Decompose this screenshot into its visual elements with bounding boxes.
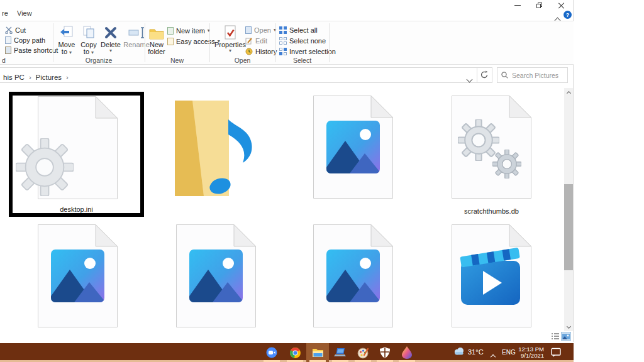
thumbnail-view-button[interactable]: [561, 332, 571, 341]
restore-icon: [536, 3, 542, 8]
taskbar-icon-chrome[interactable]: [284, 343, 306, 362]
chevron-down-icon: [566, 324, 570, 328]
refresh-icon: [480, 70, 489, 79]
history-clock-icon: [245, 48, 253, 55]
clipboard-group-label: d: [0, 57, 11, 64]
dropdown-caret: ▾: [109, 48, 112, 53]
taskbar-icon-color-drop-app[interactable]: [396, 343, 418, 362]
new-item-label: New item: [176, 27, 205, 35]
refresh-button[interactable]: [480, 70, 489, 82]
select-group-label: Select: [275, 57, 329, 64]
edit-button[interactable]: Edit: [245, 36, 267, 46]
paint-palette-icon: [357, 347, 369, 359]
restore-button[interactable]: [528, 0, 550, 11]
minimize-button[interactable]: [506, 0, 528, 11]
address-bar[interactable]: his PC›Pictures›: [0, 67, 492, 83]
invert-selection-icon: [279, 48, 287, 55]
copy-to-icon: [81, 23, 96, 40]
temperature-label[interactable]: 31°C: [468, 348, 484, 356]
select-none-button[interactable]: Select none: [279, 36, 326, 46]
thumbnail-view-icon: [562, 334, 570, 339]
rename-icon: [128, 23, 145, 40]
history-button[interactable]: History: [245, 47, 277, 57]
breadcrumb-this-pc[interactable]: his PC: [3, 74, 25, 81]
properties-icon: [224, 23, 236, 40]
scroll-up-button[interactable]: [564, 88, 573, 98]
open-button[interactable]: Open ▾: [245, 25, 276, 35]
file-explorer-icon: [312, 348, 324, 358]
taskbar-icon-windows-security[interactable]: [374, 343, 396, 362]
tab-view[interactable]: View: [17, 9, 32, 17]
easy-access-icon: [167, 38, 174, 45]
copy-to-label2: to: [84, 48, 89, 55]
chevron-up-icon: [491, 354, 496, 359]
taskbar-icon-paint-app[interactable]: [352, 343, 374, 362]
clock-date: 9/1/2021: [518, 353, 544, 359]
cloud-icon: [453, 347, 464, 355]
chevron-down-icon: [467, 77, 473, 83]
select-none-label: Select none: [289, 37, 326, 45]
taskbar-icon-remote-desktop[interactable]: [329, 343, 352, 362]
image-file-icon: [313, 224, 393, 327]
breadcrumb-pictures[interactable]: Pictures: [36, 74, 62, 81]
music-folder-icon: [171, 94, 265, 200]
select-all-label: Select all: [289, 26, 318, 34]
breadcrumb-separator: ›: [66, 74, 69, 81]
help-button[interactable]: ?: [564, 11, 572, 19]
new-item-button[interactable]: New item ▾: [167, 26, 210, 36]
dropdown-caret: ▾: [69, 50, 72, 55]
close-button[interactable]: [550, 0, 572, 11]
taskbar: 31°C ENG 12:13 PM 9/1/2021: [0, 343, 574, 362]
delete-icon: [104, 23, 118, 40]
close-icon: [558, 3, 564, 8]
explorer-window: re View ? Cut Copy path Paste shortcut d: [0, 0, 574, 342]
action-center-button[interactable]: [551, 348, 561, 360]
select-all-button[interactable]: Select all: [279, 25, 318, 35]
weather-tray-item[interactable]: [453, 346, 464, 358]
paste-shortcut-label: Paste shortcut: [14, 47, 58, 54]
chevron-up-icon: [566, 90, 570, 95]
select-all-icon: [279, 26, 287, 34]
search-input[interactable]: [512, 72, 562, 79]
tab-share-partial[interactable]: re: [2, 9, 8, 17]
scrollbar-thumb[interactable]: [564, 184, 573, 270]
image-file-icon: [176, 224, 256, 327]
address-dropdown-button[interactable]: [467, 73, 472, 84]
details-view-button[interactable]: [551, 332, 560, 340]
details-view-icon: [552, 333, 559, 339]
file-label: desktop.ini: [9, 206, 144, 213]
copy-path-icon: [5, 36, 11, 44]
file-label: scratchthumbs.db: [436, 207, 547, 215]
cut-button[interactable]: Cut: [5, 25, 26, 35]
open-group-label: Open: [209, 57, 275, 64]
cut-label: Cut: [15, 26, 26, 34]
minimize-icon: [514, 5, 521, 6]
search-icon: [501, 72, 508, 79]
clock[interactable]: 12:13 PM 9/1/2021: [518, 346, 544, 359]
paste-shortcut-button[interactable]: Paste shortcut: [5, 45, 58, 55]
shield-icon: [380, 347, 390, 358]
address-divider: [477, 68, 477, 82]
search-box[interactable]: [497, 67, 568, 83]
zoom-app-icon: [266, 347, 277, 358]
help-icon: ?: [566, 12, 570, 18]
taskbar-icon-file-explorer[interactable]: [306, 343, 329, 362]
invert-selection-button[interactable]: Invert selection: [279, 47, 336, 57]
tray-expand-button[interactable]: [491, 350, 495, 361]
dropdown-caret: ▾: [91, 50, 94, 55]
taskbar-icon-zoom-app[interactable]: [260, 343, 283, 362]
easy-access-button[interactable]: Easy access ▾: [167, 36, 220, 47]
dropdown-caret: ▾: [229, 48, 231, 53]
new-group-label: New: [145, 57, 209, 64]
organize-group-label: Organize: [53, 57, 145, 64]
gear-icon: [492, 150, 521, 178]
edit-pencil-icon: [245, 37, 253, 45]
copy-path-button[interactable]: Copy path: [5, 35, 45, 45]
new-item-icon: [167, 27, 174, 35]
language-indicator[interactable]: ENG: [502, 349, 516, 356]
vertical-scrollbar[interactable]: [564, 88, 573, 331]
notification-icon: [551, 348, 561, 358]
ribbon: Cut Copy path Paste shortcut d Move to ▾: [0, 21, 574, 65]
scroll-down-button[interactable]: [564, 321, 573, 331]
breadcrumb-separator: ›: [29, 74, 31, 81]
